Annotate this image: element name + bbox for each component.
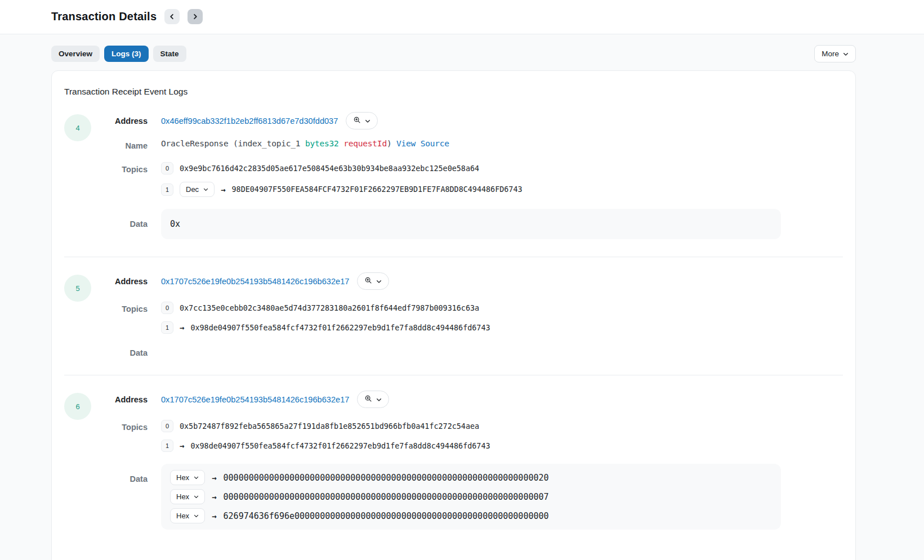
address-link[interactable]: 0x1707c526e19fe0b254193b5481426c196b632e… bbox=[161, 395, 349, 404]
log-entry: 6 Address 0x1707c526e19fe0b254193b548142… bbox=[52, 375, 855, 547]
log-row-name: Name OracleResponse (index_topic_1 bytes… bbox=[91, 138, 843, 150]
topic-index-badge: 0 bbox=[161, 420, 173, 432]
address-label: Address bbox=[91, 277, 148, 286]
topic-index-badge: 1 bbox=[161, 183, 173, 196]
tab-overview[interactable]: Overview bbox=[51, 46, 100, 62]
topics-list: 0 0x9e9bc7616d42c2835d05ae617e508454e63b… bbox=[161, 162, 843, 197]
page-root: Transaction Details Overview Logs (3) St… bbox=[0, 0, 924, 560]
log-row-data: Data 0x bbox=[91, 209, 843, 239]
topic-row: 1 Dec → 98DE04907F550FEA584FCF4732F01F26… bbox=[161, 182, 843, 197]
log-index-badge: 5 bbox=[64, 275, 91, 302]
topic-value: 0x9e9bc7616d42c2835d05ae617e508454e63b30… bbox=[180, 164, 479, 173]
magnifier-plus-icon bbox=[364, 395, 372, 404]
topic-index-badge: 1 bbox=[161, 440, 173, 452]
data-row: Hex → 0000000000000000000000000000000000… bbox=[170, 489, 772, 504]
topic-value: 0x98de04907f550fea584fcf4732f01f2662297e… bbox=[190, 442, 490, 450]
more-dropdown-button[interactable]: More bbox=[814, 45, 856, 62]
data-label: Data bbox=[91, 346, 148, 357]
data-decode-select[interactable]: Hex bbox=[170, 489, 205, 504]
log-row-data: Data bbox=[91, 346, 843, 357]
magnifier-plus-icon bbox=[364, 276, 372, 286]
topics-label: Topics bbox=[91, 162, 148, 174]
topics-label: Topics bbox=[91, 420, 148, 432]
address-zoom-button[interactable] bbox=[357, 391, 389, 408]
topic-index-badge: 1 bbox=[161, 321, 173, 334]
logs-container: 4 Address 0x46eff99cab332f1b2eb2ff6813d6… bbox=[52, 97, 855, 547]
data-box: Hex → 0000000000000000000000000000000000… bbox=[161, 464, 781, 530]
name-label: Name bbox=[91, 138, 148, 150]
data-value: 0000000000000000000000000000000000000000… bbox=[224, 492, 549, 502]
topics-label: Topics bbox=[91, 302, 148, 313]
chevron-down-icon bbox=[843, 51, 849, 57]
log-row-address: Address 0x1707c526e19fe0b254193b5481426c… bbox=[91, 272, 843, 290]
chevron-down-icon bbox=[203, 187, 208, 192]
prev-transaction-button[interactable] bbox=[164, 9, 180, 24]
chevron-down-icon bbox=[194, 494, 199, 499]
data-decode-select[interactable]: Hex bbox=[170, 508, 205, 523]
log-row-address: Address 0x46eff99cab332f1b2eb2ff6813d67e… bbox=[91, 112, 843, 129]
data-row: Hex → 626974636f696e00000000000000000000… bbox=[170, 508, 772, 523]
chevron-down-icon bbox=[376, 279, 382, 284]
view-source-link[interactable]: View Source bbox=[396, 139, 449, 148]
next-transaction-button[interactable] bbox=[188, 9, 203, 24]
log-index-badge: 6 bbox=[64, 393, 91, 420]
address-label: Address bbox=[91, 395, 148, 404]
topic-row: 1 → 0x98de04907f550fea584fcf4732f01f2662… bbox=[161, 440, 843, 452]
param-name: requestId bbox=[343, 139, 387, 148]
data-decode-select[interactable]: Hex bbox=[170, 470, 205, 485]
param-type: bytes32 bbox=[305, 139, 339, 148]
arrow-right-icon: → bbox=[212, 492, 216, 501]
arrow-right-icon: → bbox=[180, 323, 184, 332]
page-title: Transaction Details bbox=[51, 10, 157, 23]
address-zoom-button[interactable] bbox=[357, 272, 389, 290]
log-index-badge: 4 bbox=[64, 114, 91, 141]
address-label: Address bbox=[91, 117, 148, 126]
topic-value: 98DE04907F550FEA584FCF4732F01F2662297EB9… bbox=[232, 185, 523, 194]
topic-value: 0x7cc135e0cebb02c3480ae5d74d377283180a26… bbox=[180, 304, 479, 312]
chevron-left-icon bbox=[169, 14, 175, 20]
topic-row: 0 0x5b72487f892feba565865a27f191da8fb1e8… bbox=[161, 420, 843, 432]
chevron-down-icon bbox=[194, 513, 199, 518]
topic-index-badge: 0 bbox=[161, 302, 173, 314]
topic-value: 0x5b72487f892feba565865a27f191da8fb1e852… bbox=[180, 422, 479, 431]
data-value: 626974636f696e00000000000000000000000000… bbox=[224, 511, 549, 521]
event-signature: OracleResponse (index_topic_1 bytes32 re… bbox=[161, 139, 449, 148]
address-link[interactable]: 0x1707c526e19fe0b254193b5481426c196b632e… bbox=[161, 277, 349, 286]
arrow-right-icon: → bbox=[180, 441, 184, 450]
topic-row: 0 0x9e9bc7616d42c2835d05ae617e508454e63b… bbox=[161, 162, 843, 174]
tab-logs-3[interactable]: Logs (3) bbox=[104, 46, 149, 62]
topic-index-badge: 0 bbox=[161, 162, 173, 174]
log-entry: 5 Address 0x1707c526e19fe0b254193b548142… bbox=[52, 257, 855, 375]
log-row-topics: Topics 0 0x5b72487f892feba565865a27f191d… bbox=[91, 420, 843, 452]
topics-list: 0 0x7cc135e0cebb02c3480ae5d74d377283180a… bbox=[161, 302, 843, 334]
data-label: Data bbox=[91, 209, 148, 229]
arrow-right-icon: → bbox=[221, 185, 225, 194]
chevron-down-icon bbox=[365, 118, 371, 124]
chevron-right-icon bbox=[192, 14, 198, 20]
address-link[interactable]: 0x46eff99cab332f1b2eb2ff6813d67e7d30fdd0… bbox=[161, 117, 338, 126]
magnifier-plus-icon bbox=[353, 116, 361, 126]
address-zoom-button[interactable] bbox=[346, 112, 378, 129]
chevron-down-icon bbox=[376, 397, 382, 402]
main-content: Overview Logs (3) State More Transaction… bbox=[51, 45, 856, 560]
topic-row: 0 0x7cc135e0cebb02c3480ae5d74d377283180a… bbox=[161, 302, 843, 314]
more-label: More bbox=[822, 50, 839, 58]
event-logs-card: Transaction Receipt Event Logs 4 Address… bbox=[51, 70, 856, 560]
log-row-topics: Topics 0 0x7cc135e0cebb02c3480ae5d74d377… bbox=[91, 302, 843, 334]
topic-row: 1 → 0x98de04907f550fea584fcf4732f01f2662… bbox=[161, 321, 843, 334]
log-row-data: Data Hex → 00000000000000000000000000000… bbox=[91, 464, 843, 530]
topic-value: 0x98de04907f550fea584fcf4732f01f2662297e… bbox=[190, 324, 490, 332]
data-value: 0x bbox=[170, 219, 180, 229]
arrow-right-icon: → bbox=[212, 473, 216, 482]
page-header: Transaction Details bbox=[0, 0, 924, 34]
data-value: 0000000000000000000000000000000000000000… bbox=[224, 473, 549, 483]
log-entry: 4 Address 0x46eff99cab332f1b2eb2ff6813d6… bbox=[52, 97, 855, 257]
data-label: Data bbox=[91, 464, 148, 483]
card-title: Transaction Receipt Event Logs bbox=[64, 87, 855, 97]
topics-list: 0 0x5b72487f892feba565865a27f191da8fb1e8… bbox=[161, 420, 843, 452]
topic-decode-select[interactable]: Dec bbox=[180, 182, 215, 197]
tab-state[interactable]: State bbox=[153, 46, 186, 62]
log-row-topics: Topics 0 0x9e9bc7616d42c2835d05ae617e508… bbox=[91, 162, 843, 197]
data-row: 0x bbox=[170, 219, 772, 229]
log-row-address: Address 0x1707c526e19fe0b254193b5481426c… bbox=[91, 391, 843, 408]
